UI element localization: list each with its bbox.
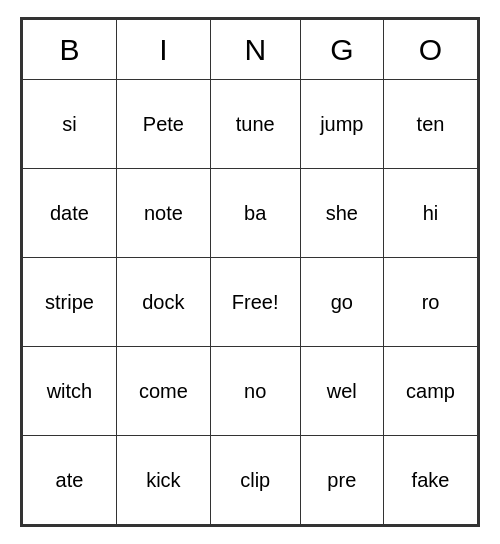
- cell-r2-c2: Free!: [210, 258, 300, 347]
- cell-r3-c0: witch: [23, 347, 117, 436]
- cell-r3-c2: no: [210, 347, 300, 436]
- cell-r4-c4: fake: [384, 436, 478, 525]
- bingo-card: B I N G O siPetetunejumptendatenotebashe…: [20, 17, 480, 527]
- table-row: stripedockFree!goro: [23, 258, 478, 347]
- header-n: N: [210, 20, 300, 80]
- cell-r0-c1: Pete: [116, 80, 210, 169]
- header-i: I: [116, 20, 210, 80]
- cell-r3-c4: camp: [384, 347, 478, 436]
- cell-r1-c2: ba: [210, 169, 300, 258]
- cell-r0-c0: si: [23, 80, 117, 169]
- cell-r0-c2: tune: [210, 80, 300, 169]
- cell-r4-c2: clip: [210, 436, 300, 525]
- table-row: datenotebashehi: [23, 169, 478, 258]
- cell-r4-c1: kick: [116, 436, 210, 525]
- bingo-table: B I N G O siPetetunejumptendatenotebashe…: [22, 19, 478, 525]
- header-row: B I N G O: [23, 20, 478, 80]
- cell-r0-c4: ten: [384, 80, 478, 169]
- table-row: atekickclipprefake: [23, 436, 478, 525]
- cell-r3-c3: wel: [300, 347, 383, 436]
- cell-r1-c4: hi: [384, 169, 478, 258]
- table-row: witchcomenowelcamp: [23, 347, 478, 436]
- header-o: O: [384, 20, 478, 80]
- table-row: siPetetunejumpten: [23, 80, 478, 169]
- cell-r2-c4: ro: [384, 258, 478, 347]
- cell-r3-c1: come: [116, 347, 210, 436]
- cell-r2-c0: stripe: [23, 258, 117, 347]
- cell-r1-c1: note: [116, 169, 210, 258]
- cell-r1-c3: she: [300, 169, 383, 258]
- cell-r1-c0: date: [23, 169, 117, 258]
- cell-r2-c1: dock: [116, 258, 210, 347]
- header-b: B: [23, 20, 117, 80]
- cell-r4-c0: ate: [23, 436, 117, 525]
- header-g: G: [300, 20, 383, 80]
- cell-r4-c3: pre: [300, 436, 383, 525]
- cell-r0-c3: jump: [300, 80, 383, 169]
- cell-r2-c3: go: [300, 258, 383, 347]
